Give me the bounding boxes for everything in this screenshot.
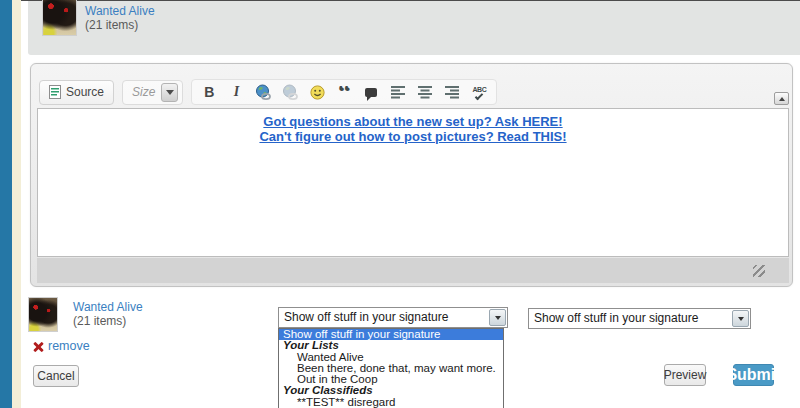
source-icon (49, 85, 61, 99)
signature-select-value: Show off stuff in your signature (284, 310, 448, 324)
speech-bubble-icon[interactable] (363, 84, 379, 100)
editor-help-link-2[interactable]: Can't figure out how to post pictures? R… (38, 129, 788, 144)
submit-button[interactable]: Submit (733, 364, 774, 386)
smiley-icon[interactable] (309, 84, 325, 100)
signature-option-list: Show off stuff in your signature Your Li… (278, 328, 504, 408)
unlink-icon[interactable] (282, 84, 298, 100)
attachment-thumbnail[interactable] (28, 297, 58, 332)
link-icon[interactable] (255, 84, 271, 100)
font-size-combo[interactable]: Size (122, 80, 183, 105)
remove-x-icon[interactable] (33, 342, 43, 352)
formatting-icon-strip: B I (191, 79, 497, 105)
dropdown-option[interactable]: Wanted Alive (279, 352, 503, 363)
editor-footer (37, 258, 789, 283)
page-left-accent-bar (0, 0, 12, 408)
bold-icon[interactable]: B (201, 84, 217, 100)
rich-text-editor: Source Size B I (30, 63, 793, 287)
cancel-button[interactable]: Cancel (33, 365, 79, 387)
item-title-link[interactable]: Wanted Alive (85, 4, 155, 18)
dropdown-option[interactable]: **TEST** disregard (279, 397, 503, 408)
dropdown-option-group: Your Lists (279, 340, 503, 351)
scroll-up-icon (779, 97, 785, 101)
quote-icon[interactable]: “ (336, 86, 352, 98)
editor-content-area[interactable]: Got questions about the new set up? Ask … (37, 108, 789, 257)
resize-handle-icon[interactable] (753, 265, 765, 277)
attachment-count: (21 items) (73, 314, 143, 328)
scroll-up-button[interactable] (774, 92, 789, 105)
italic-icon[interactable]: I (228, 84, 244, 100)
editor-toolbar: Source Size B I (39, 79, 497, 105)
align-right-icon[interactable] (444, 84, 460, 100)
signature-select-right-arrow-icon[interactable] (732, 310, 749, 327)
item-thumbnail[interactable] (42, 0, 77, 36)
remove-link[interactable]: remove (48, 339, 90, 353)
source-button-label: Source (66, 85, 104, 99)
signature-select-right[interactable]: Show off stuff in your signature (528, 308, 751, 329)
signature-select-right-value: Show off stuff in your signature (534, 311, 698, 325)
dropdown-option[interactable]: Show off stuff in your signature (279, 329, 503, 340)
size-label: Size (132, 85, 155, 99)
selected-item-panel: Wanted Alive (21 items) (28, 1, 800, 55)
signature-select[interactable]: Show off stuff in your signature (278, 307, 508, 328)
source-button[interactable]: Source (39, 80, 114, 105)
spellcheck-icon[interactable]: ABC (471, 84, 487, 100)
dropdown-option[interactable]: Been there, done that, may want more. (279, 363, 503, 374)
preview-button[interactable]: Preview (664, 364, 706, 386)
item-count: (21 items) (85, 18, 155, 32)
dropdown-option-group: Your Classifieds (279, 385, 503, 396)
attachment-title-link[interactable]: Wanted Alive (73, 300, 143, 314)
align-left-icon[interactable] (390, 84, 406, 100)
size-dropdown-arrow-icon[interactable] (161, 83, 178, 102)
align-center-icon[interactable] (417, 84, 433, 100)
editor-help-link-1[interactable]: Got questions about the new set up? Ask … (38, 114, 788, 129)
page-cream-stripe (12, 0, 21, 408)
dropdown-option[interactable]: Out in the Coop (279, 374, 503, 385)
signature-select-arrow-icon[interactable] (489, 309, 506, 326)
